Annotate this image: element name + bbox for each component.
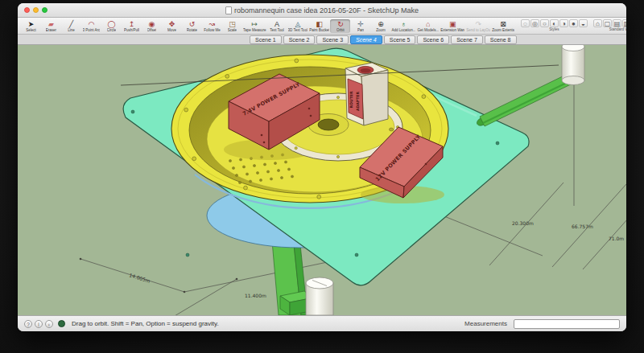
tool-label: Orbit — [336, 28, 345, 33]
toolbar: ➤ Select ▰ Eraser ╱ Line ◠ — [18, 18, 626, 35]
select-cursor-icon: ➤ — [28, 20, 35, 28]
measurements-label: Measurements — [464, 320, 507, 327]
scene-tab[interactable]: Scene 6 — [417, 35, 449, 44]
standard-views-group: ⌂ ▢ ▤ ▥ ▦ ▧ Standard Views — [593, 19, 626, 32]
screw — [244, 186, 248, 190]
close-window-button[interactable] — [24, 7, 30, 13]
center-hole — [318, 119, 339, 130]
scene-tab[interactable]: Scene 8 — [485, 35, 517, 44]
tool-label: Circle — [107, 28, 117, 33]
tool-label: Scale — [228, 28, 237, 33]
text-tool[interactable]: A Text Tool — [267, 19, 287, 33]
tool-label: Add Location... — [391, 28, 415, 33]
vent-hole — [253, 164, 255, 166]
vent-hole — [239, 158, 242, 161]
bottom-cylinder — [306, 277, 333, 315]
eraser-tool[interactable]: ▰ Eraser — [41, 19, 61, 33]
circle-tool[interactable]: ◯ Circle — [101, 19, 122, 33]
scale-tool[interactable]: ◳ Scale — [222, 19, 242, 33]
screw — [192, 157, 196, 161]
push-pull-tool[interactable]: ↥ Push/Pull — [122, 19, 142, 33]
orbit-tool[interactable]: ↻ Orbit — [330, 19, 350, 33]
style-wireframe-icon[interactable]: ○ — [540, 19, 549, 27]
view-front-icon[interactable]: ▤ — [613, 19, 621, 27]
scene-tab[interactable]: Scene 2 — [283, 35, 316, 44]
tool-label: 3 Point Arc — [83, 28, 101, 33]
scene-tab[interactable]: Scene 7 — [451, 35, 483, 44]
vent-hole — [249, 180, 251, 183]
follow-me-tool[interactable]: ↝ Follow Me — [202, 19, 222, 33]
view-iso-icon[interactable]: ⌂ — [593, 19, 602, 27]
circle-icon: ◯ — [107, 20, 115, 28]
extension-warehouse-tool[interactable]: ▣ Extension Warehouse — [440, 19, 465, 33]
orbit-icon: ↻ — [337, 20, 344, 28]
help-icon[interactable]: ? — [24, 320, 32, 328]
router-label-line2: ADAPTER — [356, 91, 360, 111]
style-monochrome-icon[interactable]: ◒ — [579, 19, 588, 27]
extension-warehouse-icon: ▣ — [449, 20, 456, 28]
tool-label: Rotate — [187, 28, 197, 33]
move-tool[interactable]: ✥ Move — [162, 19, 182, 33]
eraser-icon: ▰ — [48, 20, 54, 28]
status-dot — [58, 320, 65, 327]
style-hidden-line-icon[interactable]: ◐ — [550, 19, 559, 27]
line-tool[interactable]: ╱ Line — [61, 19, 81, 33]
vent-hole — [246, 173, 248, 175]
vent-hole — [274, 162, 276, 164]
scene-tab[interactable]: Scene 5 — [384, 35, 416, 44]
title-bar: robomannequin case idea 2016-05-20F - Sk… — [18, 3, 626, 18]
pan-tool[interactable]: ✛ Pan — [350, 19, 370, 33]
router-label-line1: ROUTER — [349, 91, 353, 108]
paint-bucket-tool[interactable]: ◧ Paint Bucket — [308, 19, 330, 33]
credits-icon[interactable]: i — [35, 320, 43, 328]
style-x-ray-icon[interactable]: ◌ — [521, 19, 530, 27]
tool-label: 3D Text Tool — [288, 28, 308, 33]
upper-cylinder — [562, 45, 584, 85]
zoom-icon: ⊕ — [378, 20, 384, 28]
minimize-window-button[interactable] — [33, 7, 39, 13]
vent-hole — [242, 166, 245, 168]
viewport-3d[interactable]: 7.4V POWER SUPPLY 12V POWER SUPPLY — [18, 45, 626, 315]
vent-hole — [229, 159, 231, 162]
3d-text-tool[interactable]: ◬ 3D Text Tool — [287, 19, 309, 33]
get-models-tool[interactable]: ⌂ Get Models... — [416, 19, 440, 33]
screw — [336, 96, 339, 98]
tool-label: Move — [167, 28, 176, 33]
push-pull-icon: ↥ — [129, 20, 135, 28]
scene-tab[interactable]: Scene 4 — [350, 35, 382, 44]
3d-text-icon: ◬ — [295, 20, 300, 28]
add-location-tool[interactable]: ♁ Add Location... — [390, 19, 416, 33]
select-tool[interactable]: ➤ Select — [21, 19, 41, 33]
zoom-extents-tool[interactable]: ⊠ Zoom Extents — [491, 19, 515, 33]
zoom-window-button[interactable] — [42, 7, 47, 13]
geolocation-icon[interactable]: ♁ — [45, 320, 53, 328]
measurements-input[interactable] — [514, 319, 620, 329]
rotate-tool[interactable]: ↺ Rotate — [182, 19, 202, 33]
style-back-edges-icon[interactable]: ◎ — [530, 19, 539, 27]
scene-tab[interactable]: Scene 3 — [316, 35, 349, 44]
tool-label: Pan — [357, 28, 364, 33]
style-textured-icon[interactable]: ● — [569, 19, 578, 27]
view-top-icon[interactable]: ▢ — [603, 19, 612, 27]
arc-tool[interactable]: ◠ 3 Point Arc — [81, 19, 101, 33]
toolbar-tools: ➤ Select ▰ Eraser ╱ Line ◠ — [21, 19, 515, 33]
tool-label: Follow Me — [204, 28, 221, 33]
vent-hole — [259, 179, 262, 181]
tape-measure-tool[interactable]: ↦ Tape Measure — [242, 19, 267, 33]
style-shaded-icon[interactable]: ◑ — [559, 19, 568, 27]
tool-label: Send to LayOut — [466, 28, 490, 33]
pan-icon: ✛ — [357, 20, 364, 28]
tool-label: Tape Measure — [243, 28, 266, 33]
tool-label: Zoom Extents — [492, 28, 514, 33]
zoom-tool[interactable]: ⊕ Zoom — [370, 19, 390, 33]
tool-label: Eraser — [46, 28, 56, 33]
vent-hole — [287, 168, 290, 170]
arc-icon: ◠ — [89, 20, 95, 28]
scale-icon: ◳ — [229, 20, 236, 28]
send-to-layout-tool[interactable]: ↷ Send to LayOut — [465, 19, 491, 33]
move-icon: ✥ — [169, 20, 175, 28]
view-right-icon[interactable]: ▥ — [622, 19, 626, 27]
offset-tool[interactable]: ◉ Offset — [142, 19, 162, 33]
scene-tab[interactable]: Scene 1 — [250, 35, 282, 44]
screw — [225, 75, 229, 79]
